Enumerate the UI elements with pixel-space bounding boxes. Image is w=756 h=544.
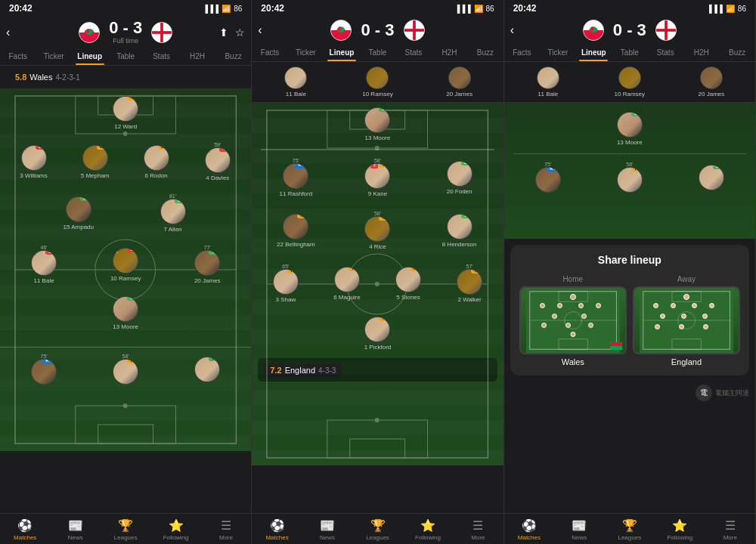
player-foden-p1: 8.0 [188,357,226,382]
top-ramsey-3-avatar [618,66,641,89]
top-bale: 11 Bale [277,66,314,97]
tab-facts-3[interactable]: Facts [504,44,540,61]
tab-h2h-3[interactable]: H2H [683,44,719,61]
player-ward: 4.3 12 Ward [107,96,144,130]
tab-table-2[interactable]: Table [360,44,395,61]
tab-h2h-2[interactable]: H2H [432,44,467,61]
maguire-score: 7.1 [349,267,360,271]
moore-name: 13 Moore [113,323,138,330]
nav-following-3[interactable]: ⭐ Following [655,518,705,541]
nav-following-1[interactable]: ⭐ Following [150,518,200,541]
tab-lineup-3[interactable]: Lineup [576,44,612,61]
shaw-score: 7.1 [287,269,299,274]
matches-label-3: Matches [518,534,541,541]
lineup-scroll-3[interactable]: 6.2 13 Moore 75' ★9.1 58' [504,103,755,513]
kane-mini-avatar: 7.5 ↕ [617,167,643,193]
wifi-icon-3: 📶 [726,5,735,13]
battery-text: 86 [234,5,242,13]
signal-icon-3: ▐▐▐ [707,5,723,13]
nav-more-2[interactable]: ☰ More [453,518,503,541]
nav-more-3[interactable]: ☰ More [705,518,755,541]
top-ramsey-avatar [366,66,389,89]
nav-leagues-3[interactable]: 🏆 Leagues [605,518,655,541]
rashford-minute: 75' [293,158,299,163]
nav-following-2[interactable]: ⭐ Following [403,518,453,541]
ampadu-score: 6.1 [80,196,91,201]
tab-stats-2[interactable]: Stats [395,44,431,61]
nav-matches-3[interactable]: ⚽ Matches [504,518,554,541]
tab-stats-1[interactable]: Stats [144,48,179,65]
shaw-name: 3 Shaw [276,296,296,303]
bellingham-name: 22 Bellingham [277,241,315,248]
nav-news-3[interactable]: 📰 News [554,518,604,541]
signal-icon-2: ▐▐▐ [454,5,470,13]
panel-3: 20:42 ▐▐▐ 📶 86 ‹ 0 - 3 Facts Ticker Line… [504,0,756,544]
ramsey-yellow-card [113,248,118,253]
tabs-3: Facts Ticker Lineup Table Stats H2H Buzz [504,44,755,62]
tab-ticker-3[interactable]: Ticker [540,44,575,61]
match-header-2: ‹ 0 - 3 [252,15,503,44]
status-time-3: 20:42 [513,3,537,14]
fulltime-1: Full time [113,37,138,45]
back-button-2[interactable]: ‹ [258,23,262,37]
tab-facts-2[interactable]: Facts [252,44,287,61]
tab-buzz-2[interactable]: Buzz [467,44,503,61]
nav-leagues-1[interactable]: 🏆 Leagues [101,518,150,541]
rashford-red [283,163,288,168]
davies-name: 4 Davies [206,175,229,181]
tab-facts-1[interactable]: Facts [0,48,36,65]
bale-minute: 46' [40,245,47,250]
back-button-1[interactable]: ‹ [6,26,10,39]
nav-matches-2[interactable]: ⚽ Matches [252,518,302,541]
status-time-2: 20:42 [261,3,284,14]
lineup-scroll-1[interactable]: 5.8 Wales 4-2-3-1 [0,66,251,513]
wales-header: 5.8 Wales 4-2-3-1 [0,66,251,88]
tab-stats-3[interactable]: Stats [648,44,683,61]
share-button-1[interactable]: ⬆ [219,26,228,39]
news-icon-2: 📰 [320,518,335,533]
more-icon-1: ☰ [221,518,231,533]
top-ramsey: 10 Ramsey [358,66,396,97]
tab-buzz-1[interactable]: Buzz [215,48,251,65]
share-card-away[interactable]: Away [633,275,740,366]
tab-ticker-1[interactable]: Ticker [36,48,71,65]
tab-buzz-3[interactable]: Buzz [719,44,754,61]
tab-ticker-2[interactable]: Ticker [288,44,324,61]
lineup-scroll-2[interactable]: 6.2 13 Moore 75' ★9.1 [252,103,503,513]
status-bar-2: 20:42 ▐▐▐ 📶 86 [252,0,503,15]
nav-news-1[interactable]: 📰 News [50,518,100,541]
top-ramsey-3-name: 10 Ramsey [615,91,645,97]
rice-avatar: 7.0 ↕ [364,216,390,242]
share-title: Share lineup [519,254,740,266]
following-label-2: Following [415,534,441,541]
rashford-avatar: ★9.1 [283,163,308,189]
leagues-label-1: Leagues [114,534,138,541]
nav-news-2[interactable]: 📰 News [302,518,352,541]
share-card-home[interactable]: Home [519,275,627,366]
tab-lineup-1[interactable]: Lineup [72,48,107,65]
nav-more-1[interactable]: ☰ More [201,518,251,541]
news-icon-1: 📰 [68,518,83,533]
back-button-3[interactable]: ‹ [510,23,514,37]
allen-score: 6.0 [175,199,186,203]
svg-rect-25 [404,29,424,32]
kane-p1-sub: ↕ [113,359,118,364]
match-header-3: ‹ 0 - 3 [504,15,755,44]
player-james: 77' 6.0 20 James [188,245,226,284]
matches-icon-1: ⚽ [17,518,33,533]
pickford-avatar: 7.4 [364,317,390,342]
star-button-1[interactable]: ☆ [235,26,245,39]
tab-table-1[interactable]: Table [107,48,143,65]
shaw-minute: 65' [282,264,289,269]
nav-matches-1[interactable]: ⚽ Matches [0,518,50,541]
svg-point-40 [590,26,593,31]
tab-lineup-2[interactable]: Lineup [324,44,359,61]
wales-att-row: 46' 5.9 11 Bale 5.9 [0,240,251,289]
tab-table-3[interactable]: Table [612,44,647,61]
svg-point-22 [339,26,342,31]
tab-h2h-1[interactable]: H2H [179,48,215,65]
rice-event: ↕ [364,216,370,221]
williams-score: 6.6 [36,145,47,150]
player-bellingham: 7.7 22 Bellingham [277,214,314,248]
nav-leagues-2[interactable]: 🏆 Leagues [352,518,402,541]
